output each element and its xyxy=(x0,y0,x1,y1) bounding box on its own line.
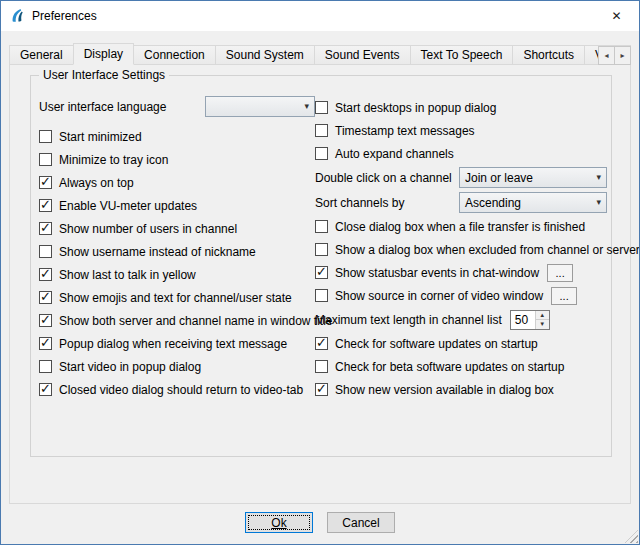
checkbox-box[interactable] xyxy=(39,360,52,373)
max-text-length-row: Maximum text length in channel list 50 ▲… xyxy=(315,309,607,330)
video-source-more-button[interactable]: ... xyxy=(551,287,577,305)
checkbox-popup-on-text-message[interactable]: Popup dialog when receiving text message xyxy=(39,334,315,353)
right-column: Start desktops in popup dialog Timestamp… xyxy=(315,98,607,403)
checkbox-box[interactable] xyxy=(39,199,52,212)
preferences-window: Preferences ✕ General Display Connection… xyxy=(0,0,640,545)
checkbox-last-to-talk-yellow[interactable]: Show last to talk in yellow xyxy=(39,265,315,284)
checkbox-label: Start video in popup dialog xyxy=(59,360,201,374)
checkbox-box[interactable] xyxy=(315,360,328,373)
checkbox-auto-expand-channels[interactable]: Auto expand channels xyxy=(315,144,607,163)
spin-down-button[interactable]: ▼ xyxy=(536,319,549,329)
checkbox-box[interactable] xyxy=(315,220,328,233)
checkbox-label: Check for software updates on startup xyxy=(335,337,538,351)
checkbox-minimize-to-tray[interactable]: Minimize to tray icon xyxy=(39,150,315,169)
checkbox-label: Close dialog box when a file transfer is… xyxy=(335,220,585,234)
left-column: User interface language ▾ Start minimize… xyxy=(39,96,315,403)
checkbox-label: Start desktops in popup dialog xyxy=(335,101,496,115)
display-tab-pane: User Interface Settings User interface l… xyxy=(9,64,631,504)
cancel-button[interactable]: Cancel xyxy=(327,512,395,533)
checkbox-emojis-and-text-state[interactable]: Show emojis and text for channel/user st… xyxy=(39,288,315,307)
language-label: User interface language xyxy=(39,100,166,114)
arrow-up-icon: ▲ xyxy=(539,312,545,318)
app-icon xyxy=(9,8,25,24)
checkbox-start-video-popup[interactable]: Start video in popup dialog xyxy=(39,357,315,376)
checkbox-box[interactable] xyxy=(315,383,328,396)
checkbox-show-user-count[interactable]: Show number of users in channel xyxy=(39,219,315,238)
checkbox-server-channel-in-title[interactable]: Show both server and channel name in win… xyxy=(39,311,315,330)
checkbox-new-version-dialog[interactable]: Show new version available in dialog box xyxy=(315,380,607,399)
checkbox-label: Show source in corner of video window xyxy=(335,289,543,303)
checkbox-label: Show a dialog box when excluded from cha… xyxy=(335,243,640,257)
sort-channels-value: Ascending xyxy=(465,196,521,210)
dialog-footer: Ok Cancel xyxy=(1,512,639,533)
checkbox-box[interactable] xyxy=(39,176,52,189)
checkbox-box[interactable] xyxy=(39,130,52,143)
checkbox-box[interactable] xyxy=(39,153,52,166)
group-title: User Interface Settings xyxy=(39,68,169,82)
checkbox-label: Always on top xyxy=(59,176,134,190)
checkbox-box[interactable] xyxy=(315,101,328,114)
checkbox-label: Start minimized xyxy=(59,130,142,144)
titlebar: Preferences ✕ xyxy=(1,1,639,31)
checkbox-always-on-top[interactable]: Always on top xyxy=(39,173,315,192)
checkbox-desktops-popup[interactable]: Start desktops in popup dialog xyxy=(315,98,607,117)
statusbar-events-more-button[interactable]: ... xyxy=(547,264,573,282)
checkbox-label: Show username instead of nickname xyxy=(59,245,256,259)
tab-general[interactable]: General xyxy=(9,45,74,65)
checkbox-label: Popup dialog when receiving text message xyxy=(59,337,287,351)
tab-scroll-left-button[interactable]: ◂ xyxy=(598,46,615,65)
checkbox-closed-video-return-tab[interactable]: Closed video dialog should return to vid… xyxy=(39,380,315,399)
checkbox-start-minimized[interactable]: Start minimized xyxy=(39,127,315,146)
checkbox-label: Show number of users in channel xyxy=(59,222,237,236)
checkbox-vu-meter-updates[interactable]: Enable VU-meter updates xyxy=(39,196,315,215)
tab-scroll-right-button[interactable]: ▸ xyxy=(614,46,631,65)
max-text-length-label: Maximum text length in channel list xyxy=(315,313,502,327)
arrow-left-icon: ◂ xyxy=(604,51,608,60)
tab-shortcuts[interactable]: Shortcuts xyxy=(512,45,585,65)
checkbox-label: Auto expand channels xyxy=(335,147,454,161)
checkbox-statusbar-events[interactable]: Show statusbar events in chat-window xyxy=(315,266,539,280)
language-row: User interface language ▾ xyxy=(39,96,315,117)
checkbox-box[interactable] xyxy=(315,289,328,302)
ok-button[interactable]: Ok xyxy=(245,512,313,533)
double-click-row: Double click on a channel Join or leave … xyxy=(315,167,607,188)
checkbox-box[interactable] xyxy=(39,222,52,235)
checkbox-label: Show statusbar events in chat-window xyxy=(335,266,539,280)
checkbox-check-beta-updates[interactable]: Check for beta software updates on start… xyxy=(315,357,607,376)
spin-up-button[interactable]: ▲ xyxy=(536,311,549,320)
checkbox-check-updates[interactable]: Check for software updates on startup xyxy=(315,334,607,353)
tab-text-to-speech[interactable]: Text To Speech xyxy=(410,45,514,65)
checkbox-box[interactable] xyxy=(315,147,328,160)
checkbox-box[interactable] xyxy=(39,268,52,281)
chevron-down-icon: ▾ xyxy=(304,101,309,111)
tab-sound-system[interactable]: Sound System xyxy=(215,45,315,65)
double-click-select[interactable]: Join or leave ▾ xyxy=(459,167,607,188)
checkbox-box[interactable] xyxy=(315,243,328,256)
statusbar-events-row: Show statusbar events in chat-window ... xyxy=(315,263,607,282)
tab-connection[interactable]: Connection xyxy=(133,45,216,65)
checkbox-label: Show new version available in dialog box xyxy=(335,383,554,397)
checkbox-box[interactable] xyxy=(39,291,52,304)
arrow-down-icon: ▼ xyxy=(539,321,545,327)
checkbox-box[interactable] xyxy=(39,383,52,396)
checkbox-box[interactable] xyxy=(315,266,328,279)
checkbox-username-instead-nickname[interactable]: Show username instead of nickname xyxy=(39,242,315,261)
checkbox-video-source-corner[interactable]: Show source in corner of video window xyxy=(315,289,543,303)
checkbox-box[interactable] xyxy=(39,245,52,258)
checkbox-box[interactable] xyxy=(315,124,328,137)
checkbox-timestamp-messages[interactable]: Timestamp text messages xyxy=(315,121,607,140)
checkbox-box[interactable] xyxy=(39,337,52,350)
checkbox-close-filetransfer-dialog[interactable]: Close dialog box when a file transfer is… xyxy=(315,217,607,236)
checkbox-box[interactable] xyxy=(315,337,328,350)
checkbox-label: Show emojis and text for channel/user st… xyxy=(59,291,292,305)
checkbox-label: Show both server and channel name in win… xyxy=(59,314,333,328)
max-text-length-spinner[interactable]: 50 ▲ ▼ xyxy=(510,310,550,330)
language-select[interactable]: ▾ xyxy=(205,96,315,117)
checkbox-box[interactable] xyxy=(39,314,52,327)
checkbox-excluded-dialog[interactable]: Show a dialog box when excluded from cha… xyxy=(315,240,607,259)
arrow-right-icon: ▸ xyxy=(620,51,624,60)
tab-display[interactable]: Display xyxy=(73,43,134,65)
sort-channels-select[interactable]: Ascending ▾ xyxy=(459,192,607,213)
close-button[interactable]: ✕ xyxy=(594,1,639,30)
tab-sound-events[interactable]: Sound Events xyxy=(314,45,411,65)
